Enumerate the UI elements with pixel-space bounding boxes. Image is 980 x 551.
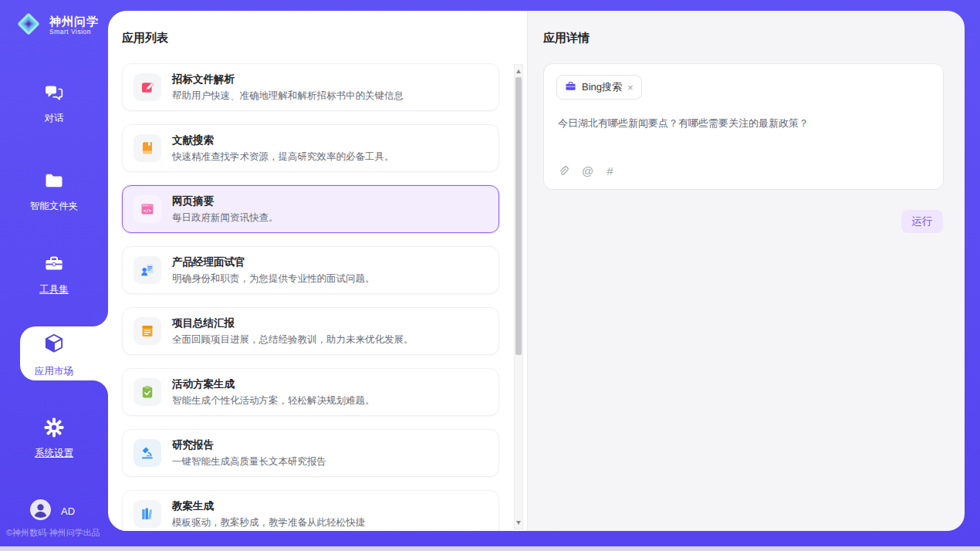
app-card-literature-search[interactable]: 文献搜索 快速精准查找学术资源，提高研究效率的必备工具。 [122, 124, 499, 172]
copyright-text: ©神州数码·神州问学出品 [6, 527, 100, 539]
at-icon[interactable]: @ [582, 164, 593, 177]
briefcase-icon [565, 80, 576, 95]
app-list-scrollbar[interactable] [514, 64, 523, 529]
scroll-up-arrow-icon[interactable] [515, 66, 522, 76]
app-card-list: 招标文件解析 帮助用户快速、准确地理解和解析招标书中的关键信息 文献搜索 [122, 63, 499, 531]
sidebar-item-app-market[interactable]: 应用市场 [0, 332, 108, 378]
sidebar: 神州问学 Smart Vision 对话 智能文件夹 [0, 0, 108, 546]
app-card-bid-document-parsing[interactable]: 招标文件解析 帮助用户快速、准确地理解和解析招标书中的关键信息 [122, 63, 499, 111]
app-window: 神州问学 Smart Vision 对话 智能文件夹 [0, 0, 980, 546]
app-card-research-report[interactable]: 研究报告 一键智能生成高质量长文本研究报告 [122, 429, 499, 477]
app-name: 活动方案生成 [172, 377, 375, 391]
brand-tagline: Smart Vision [49, 29, 99, 35]
chat-icon [43, 82, 65, 106]
edit-document-icon [133, 73, 161, 101]
app-card-lesson-plan[interactable]: 教案生成 模板驱动，教案秒成，教学准备从此轻松快捷 [122, 490, 499, 531]
app-description: 一键智能生成高质量长文本研究报告 [172, 455, 326, 468]
hash-icon[interactable]: # [607, 164, 613, 177]
sidebar-item-smart-folders[interactable]: 智能文件夹 [0, 170, 108, 213]
folder-icon [43, 170, 65, 194]
attachment-toolbar: @ # [557, 164, 613, 177]
app-name: 项目总结汇报 [172, 316, 414, 330]
sidebar-item-chat[interactable]: 对话 [0, 82, 108, 125]
memo-icon [133, 317, 161, 345]
user-avatar-icon [29, 499, 52, 524]
sidebar-item-label: 应用市场 [35, 365, 73, 378]
brand-name: 神州问学 [49, 15, 99, 29]
tool-chip-bing-search[interactable]: Bing搜索 × [556, 75, 642, 100]
page-bottom-edge [0, 546, 980, 551]
content-area: 应用列表 招标文件解析 帮助用户快速、准确地理解和解析招标书中的关键信息 [108, 11, 965, 531]
app-name: 教案生成 [172, 499, 365, 513]
app-name: 招标文件解析 [172, 73, 404, 86]
app-detail-title: 应用详情 [543, 31, 590, 46]
gear-icon [43, 417, 65, 441]
sidebar-item-label: 系统设置 [35, 447, 73, 460]
app-description: 快速精准查找学术资源，提高研究效率的必备工具。 [172, 150, 394, 164]
user-initials: AD [61, 505, 75, 517]
paperclip-icon[interactable] [557, 165, 569, 177]
app-card-pm-interviewer[interactable]: 产品经理面试官 明确身份和职责，为您提供专业性的面试问题。 [122, 246, 499, 294]
clipboard-check-icon [133, 378, 161, 406]
svg-text:</>: </> [144, 208, 152, 213]
books-icon [133, 500, 161, 528]
scroll-down-arrow-icon[interactable] [515, 518, 522, 527]
app-description: 明确身份和职责，为您提供专业性的面试问题。 [172, 272, 375, 286]
interviewer-icon [133, 256, 161, 284]
app-description: 智能生成个性化活动方案，轻松解决规划难题。 [172, 394, 375, 407]
app-name: 网页摘要 [172, 194, 279, 208]
run-button[interactable]: 运行 [901, 210, 943, 233]
app-description: 模板驱动，教案秒成，教学准备从此轻松快捷 [172, 516, 365, 529]
app-description: 每日政府新闻资讯快查。 [172, 211, 279, 225]
app-name: 文献搜索 [172, 134, 394, 147]
sidebar-item-settings[interactable]: 系统设置 [0, 417, 108, 460]
sidebar-item-label: 智能文件夹 [30, 200, 79, 213]
diamond-gem-icon [14, 9, 43, 42]
app-card-project-summary[interactable]: 项目总结汇报 全面回顾项目进展，总结经验教训，助力未来优化发展。 [122, 307, 499, 355]
app-list-panel: 应用列表 招标文件解析 帮助用户快速、准确地理解和解析招标书中的关键信息 [108, 11, 528, 531]
cube-icon [42, 332, 66, 360]
close-icon[interactable]: × [627, 83, 634, 93]
webpage-code-icon: </> [133, 195, 161, 223]
app-name: 产品经理面试官 [172, 255, 375, 269]
sidebar-item-label: 对话 [45, 112, 64, 125]
brand-logo: 神州问学 Smart Vision [14, 9, 99, 42]
app-description: 全面回顾项目进展，总结经验教训，助力未来优化发展。 [172, 333, 414, 346]
book-icon [133, 134, 161, 162]
prompt-input-card[interactable]: Bing搜索 × 今日湖北有哪些新闻要点？有哪些需要关注的最新政策？ @ # [543, 63, 944, 190]
app-card-webpage-summary[interactable]: </> 网页摘要 每日政府新闻资讯快查。 [122, 185, 499, 233]
app-description: 帮助用户快速、准确地理解和解析招标书中的关键信息 [172, 90, 404, 103]
prompt-text[interactable]: 今日湖北有哪些新闻要点？有哪些需要关注的最新政策？ [558, 117, 931, 130]
app-list-title: 应用列表 [122, 31, 168, 46]
tool-chip-label: Bing搜索 [582, 80, 622, 94]
user-account[interactable]: AD [29, 499, 75, 524]
toolbox-icon [43, 253, 65, 278]
app-name: 研究报告 [172, 438, 326, 452]
app-detail-panel: 应用详情 Bing搜索 × 今日湖北有哪些新闻要点？有哪些需要关注的最新政策？ [528, 11, 965, 531]
app-card-event-plan[interactable]: 活动方案生成 智能生成个性化活动方案，轻松解决规划难题。 [122, 368, 499, 416]
scrollbar-thumb[interactable] [515, 77, 522, 355]
sidebar-item-toolset[interactable]: 工具集 [0, 253, 108, 296]
microscope-icon [133, 439, 161, 467]
sidebar-item-label: 工具集 [39, 283, 69, 296]
